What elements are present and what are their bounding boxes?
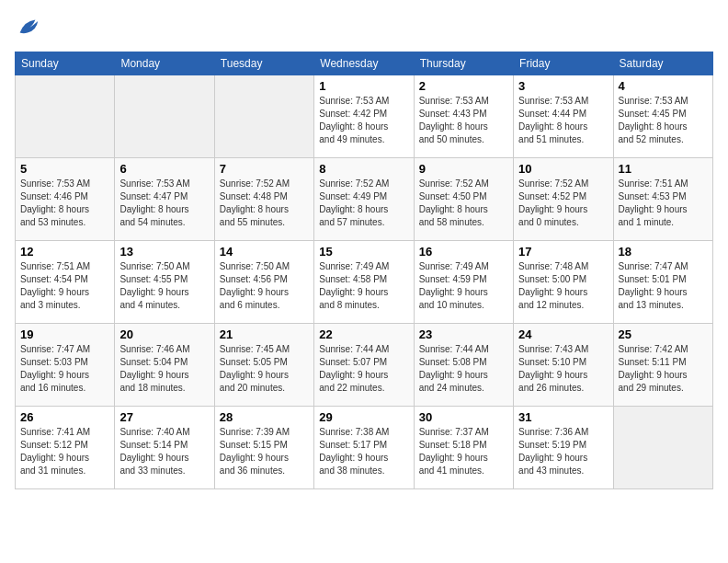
calendar-day-16: 16Sunrise: 7:49 AM Sunset: 4:59 PM Dayli… bbox=[414, 241, 513, 324]
calendar-day-12: 12Sunrise: 7:51 AM Sunset: 4:54 PM Dayli… bbox=[16, 241, 115, 324]
calendar-day-5: 5Sunrise: 7:53 AM Sunset: 4:46 PM Daylig… bbox=[16, 158, 115, 241]
calendar-day-26: 26Sunrise: 7:41 AM Sunset: 5:12 PM Dayli… bbox=[16, 407, 115, 489]
day-info: Sunrise: 7:44 AM Sunset: 5:07 PM Dayligh… bbox=[319, 343, 408, 395]
day-info: Sunrise: 7:52 AM Sunset: 4:52 PM Dayligh… bbox=[518, 178, 608, 229]
day-number: 3 bbox=[518, 79, 608, 93]
day-info: Sunrise: 7:53 AM Sunset: 4:42 PM Dayligh… bbox=[319, 95, 408, 146]
calendar-day-31: 31Sunrise: 7:36 AM Sunset: 5:19 PM Dayli… bbox=[514, 407, 613, 489]
day-number: 26 bbox=[20, 410, 109, 424]
calendar-day-8: 8Sunrise: 7:52 AM Sunset: 4:49 PM Daylig… bbox=[314, 158, 414, 241]
calendar-week-row: 19Sunrise: 7:47 AM Sunset: 5:03 PM Dayli… bbox=[16, 324, 713, 407]
calendar-day-22: 22Sunrise: 7:44 AM Sunset: 5:07 PM Dayli… bbox=[314, 324, 414, 407]
day-info: Sunrise: 7:50 AM Sunset: 4:56 PM Dayligh… bbox=[220, 260, 309, 312]
day-number: 4 bbox=[619, 79, 708, 93]
day-info: Sunrise: 7:45 AM Sunset: 5:05 PM Dayligh… bbox=[220, 343, 309, 395]
day-number: 19 bbox=[20, 327, 109, 341]
day-number: 13 bbox=[119, 245, 209, 259]
weekday-header-sunday: Sunday bbox=[16, 52, 115, 75]
day-number: 17 bbox=[518, 245, 608, 259]
day-number: 31 bbox=[518, 410, 608, 424]
calendar-day-1: 1Sunrise: 7:53 AM Sunset: 4:42 PM Daylig… bbox=[314, 75, 414, 158]
day-info: Sunrise: 7:37 AM Sunset: 5:18 PM Dayligh… bbox=[419, 426, 508, 477]
day-info: Sunrise: 7:52 AM Sunset: 4:50 PM Dayligh… bbox=[419, 178, 508, 229]
logo bbox=[15, 15, 44, 40]
day-info: Sunrise: 7:39 AM Sunset: 5:15 PM Dayligh… bbox=[220, 426, 309, 477]
weekday-header-thursday: Thursday bbox=[414, 52, 513, 75]
day-info: Sunrise: 7:52 AM Sunset: 4:49 PM Dayligh… bbox=[319, 178, 408, 229]
calendar-day-27: 27Sunrise: 7:40 AM Sunset: 5:14 PM Dayli… bbox=[115, 407, 214, 489]
day-info: Sunrise: 7:49 AM Sunset: 4:59 PM Dayligh… bbox=[419, 260, 508, 312]
day-number: 25 bbox=[619, 327, 708, 341]
calendar-day-19: 19Sunrise: 7:47 AM Sunset: 5:03 PM Dayli… bbox=[16, 324, 115, 407]
day-info: Sunrise: 7:52 AM Sunset: 4:48 PM Dayligh… bbox=[220, 178, 309, 229]
calendar-week-row: 5Sunrise: 7:53 AM Sunset: 4:46 PM Daylig… bbox=[16, 158, 713, 241]
day-number: 18 bbox=[619, 245, 708, 259]
day-info: Sunrise: 7:44 AM Sunset: 5:08 PM Dayligh… bbox=[419, 343, 508, 395]
day-info: Sunrise: 7:51 AM Sunset: 4:54 PM Dayligh… bbox=[20, 260, 109, 312]
day-number: 21 bbox=[220, 327, 309, 341]
day-number: 30 bbox=[419, 410, 508, 424]
calendar-week-row: 1Sunrise: 7:53 AM Sunset: 4:42 PM Daylig… bbox=[16, 75, 713, 158]
day-number: 23 bbox=[419, 327, 508, 341]
calendar-day-2: 2Sunrise: 7:53 AM Sunset: 4:43 PM Daylig… bbox=[414, 75, 513, 158]
day-number: 11 bbox=[619, 162, 708, 176]
calendar-day-11: 11Sunrise: 7:51 AM Sunset: 4:53 PM Dayli… bbox=[613, 158, 712, 241]
calendar-day-9: 9Sunrise: 7:52 AM Sunset: 4:50 PM Daylig… bbox=[414, 158, 513, 241]
day-info: Sunrise: 7:47 AM Sunset: 5:03 PM Dayligh… bbox=[20, 343, 109, 395]
calendar-empty-cell bbox=[613, 407, 712, 489]
day-number: 2 bbox=[419, 79, 508, 93]
day-info: Sunrise: 7:41 AM Sunset: 5:12 PM Dayligh… bbox=[20, 426, 109, 477]
day-number: 10 bbox=[518, 162, 608, 176]
weekday-header-saturday: Saturday bbox=[613, 52, 712, 75]
day-number: 8 bbox=[319, 162, 408, 176]
day-info: Sunrise: 7:53 AM Sunset: 4:44 PM Dayligh… bbox=[518, 95, 608, 146]
day-info: Sunrise: 7:48 AM Sunset: 5:00 PM Dayligh… bbox=[518, 260, 608, 312]
day-number: 24 bbox=[518, 327, 608, 341]
day-info: Sunrise: 7:43 AM Sunset: 5:10 PM Dayligh… bbox=[518, 343, 608, 395]
day-number: 12 bbox=[20, 245, 109, 259]
calendar-day-24: 24Sunrise: 7:43 AM Sunset: 5:10 PM Dayli… bbox=[514, 324, 613, 407]
calendar-day-7: 7Sunrise: 7:52 AM Sunset: 4:48 PM Daylig… bbox=[214, 158, 313, 241]
calendar-day-13: 13Sunrise: 7:50 AM Sunset: 4:55 PM Dayli… bbox=[115, 241, 214, 324]
day-number: 28 bbox=[220, 410, 309, 424]
day-info: Sunrise: 7:53 AM Sunset: 4:43 PM Dayligh… bbox=[419, 95, 508, 146]
calendar-table: SundayMondayTuesdayWednesdayThursdayFrid… bbox=[15, 52, 713, 489]
calendar-day-23: 23Sunrise: 7:44 AM Sunset: 5:08 PM Dayli… bbox=[414, 324, 513, 407]
calendar-day-3: 3Sunrise: 7:53 AM Sunset: 4:44 PM Daylig… bbox=[514, 75, 613, 158]
day-number: 5 bbox=[20, 162, 109, 176]
weekday-header-tuesday: Tuesday bbox=[214, 52, 313, 75]
day-number: 1 bbox=[319, 79, 408, 93]
day-number: 20 bbox=[119, 327, 209, 341]
calendar-day-25: 25Sunrise: 7:42 AM Sunset: 5:11 PM Dayli… bbox=[613, 324, 712, 407]
calendar-day-6: 6Sunrise: 7:53 AM Sunset: 4:47 PM Daylig… bbox=[115, 158, 214, 241]
day-info: Sunrise: 7:42 AM Sunset: 5:11 PM Dayligh… bbox=[619, 343, 708, 395]
day-info: Sunrise: 7:38 AM Sunset: 5:17 PM Dayligh… bbox=[319, 426, 408, 477]
logo-bird-icon bbox=[15, 15, 40, 40]
day-number: 15 bbox=[319, 245, 408, 259]
calendar-day-14: 14Sunrise: 7:50 AM Sunset: 4:56 PM Dayli… bbox=[214, 241, 313, 324]
weekday-header-wednesday: Wednesday bbox=[314, 52, 414, 75]
day-info: Sunrise: 7:50 AM Sunset: 4:55 PM Dayligh… bbox=[119, 260, 209, 312]
day-info: Sunrise: 7:53 AM Sunset: 4:47 PM Dayligh… bbox=[119, 178, 209, 229]
weekday-header-row: SundayMondayTuesdayWednesdayThursdayFrid… bbox=[16, 52, 713, 75]
day-number: 6 bbox=[119, 162, 209, 176]
day-info: Sunrise: 7:53 AM Sunset: 4:46 PM Dayligh… bbox=[20, 178, 109, 229]
day-info: Sunrise: 7:46 AM Sunset: 5:04 PM Dayligh… bbox=[119, 343, 209, 395]
calendar-empty-cell bbox=[115, 75, 214, 158]
day-info: Sunrise: 7:49 AM Sunset: 4:58 PM Dayligh… bbox=[319, 260, 408, 312]
calendar-day-28: 28Sunrise: 7:39 AM Sunset: 5:15 PM Dayli… bbox=[214, 407, 313, 489]
calendar-empty-cell bbox=[16, 75, 115, 158]
day-number: 29 bbox=[319, 410, 408, 424]
day-number: 7 bbox=[220, 162, 309, 176]
day-info: Sunrise: 7:53 AM Sunset: 4:45 PM Dayligh… bbox=[619, 95, 708, 146]
calendar-day-4: 4Sunrise: 7:53 AM Sunset: 4:45 PM Daylig… bbox=[613, 75, 712, 158]
calendar-day-10: 10Sunrise: 7:52 AM Sunset: 4:52 PM Dayli… bbox=[514, 158, 613, 241]
calendar-week-row: 26Sunrise: 7:41 AM Sunset: 5:12 PM Dayli… bbox=[16, 407, 713, 489]
day-number: 14 bbox=[220, 245, 309, 259]
day-number: 27 bbox=[119, 410, 209, 424]
day-info: Sunrise: 7:40 AM Sunset: 5:14 PM Dayligh… bbox=[119, 426, 209, 477]
calendar-week-row: 12Sunrise: 7:51 AM Sunset: 4:54 PM Dayli… bbox=[16, 241, 713, 324]
calendar-day-17: 17Sunrise: 7:48 AM Sunset: 5:00 PM Dayli… bbox=[514, 241, 613, 324]
calendar-empty-cell bbox=[214, 75, 313, 158]
calendar-day-29: 29Sunrise: 7:38 AM Sunset: 5:17 PM Dayli… bbox=[314, 407, 414, 489]
